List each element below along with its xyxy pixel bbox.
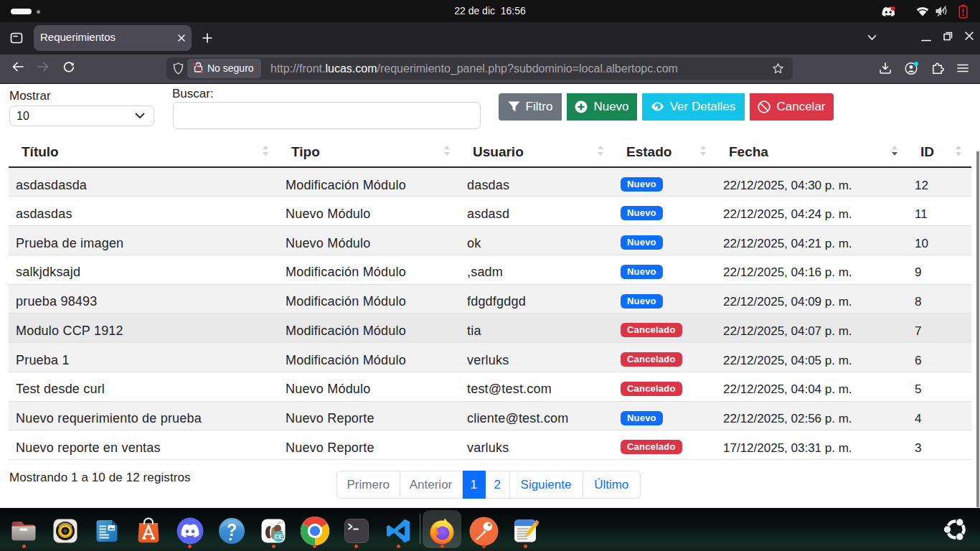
svg-text:?: ? <box>226 521 236 540</box>
svg-text:CE: CE <box>275 533 283 540</box>
